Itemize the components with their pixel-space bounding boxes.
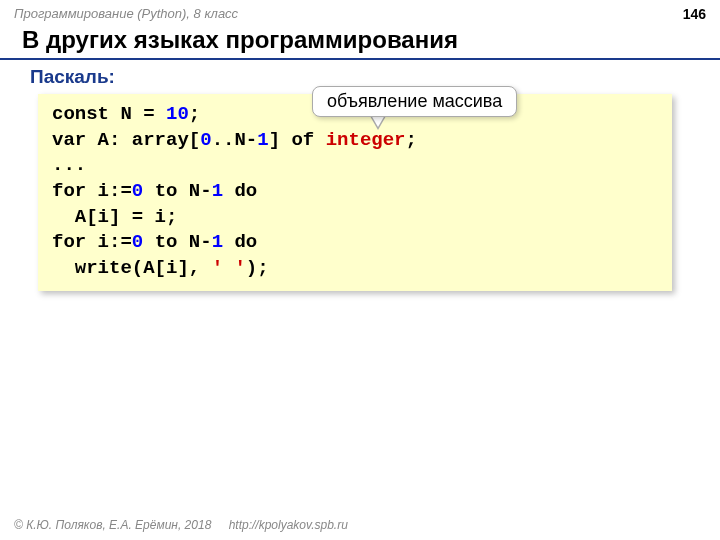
code-line: for i:=0 to N-1 do [52,179,658,205]
code-line: for i:=0 to N-1 do [52,230,658,256]
course-label: Программирование (Python), 8 класс [14,6,238,22]
callout-label: объявление массива [312,86,517,117]
code-line: var A: array[0..N-1] of integer; [52,128,658,154]
code-line: A[i] = i; [52,205,658,231]
footer-url: http://kpolyakov.spb.ru [229,518,348,532]
slide-title: В других языках программирования [0,24,720,60]
code-block: const N = 10; var A: array[0..N-1] of in… [38,94,672,291]
page-number: 146 [683,6,706,22]
code-line: write(A[i], ' '); [52,256,658,282]
code-line: ... [52,153,658,179]
slide-header: Программирование (Python), 8 класс 146 [0,0,720,24]
copyright-text: © К.Ю. Поляков, Е.А. Ерёмин, 2018 [14,518,211,532]
slide-footer: © К.Ю. Поляков, Е.А. Ерёмин, 2018 http:/… [14,518,348,532]
